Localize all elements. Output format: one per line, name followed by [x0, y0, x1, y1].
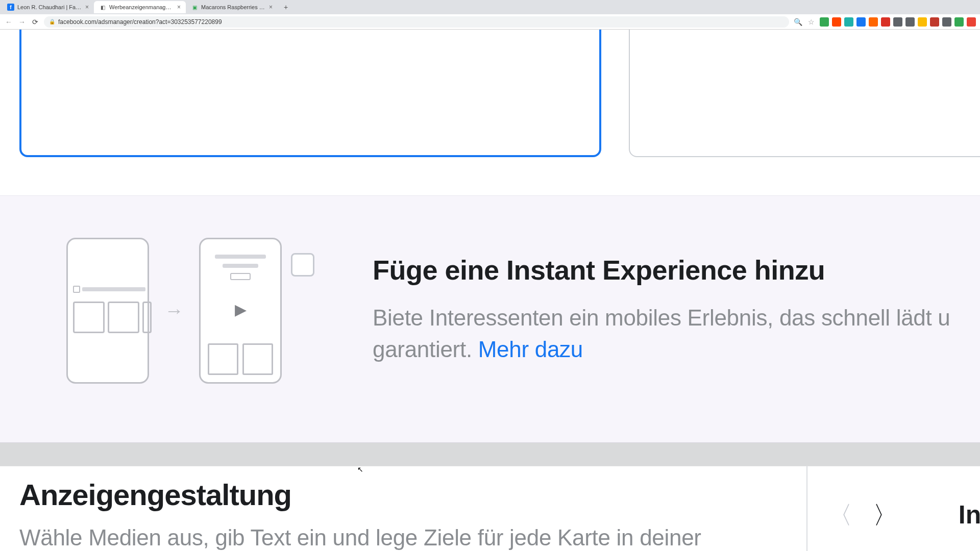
- extension-icon-11[interactable]: [954, 17, 964, 27]
- chevron-left-icon[interactable]: 〈: [828, 499, 852, 532]
- extension-icon-7[interactable]: [905, 17, 915, 27]
- close-icon[interactable]: ×: [177, 4, 181, 11]
- extension-icon-4[interactable]: [869, 17, 878, 27]
- instant-experience-illustration: → ▶: [66, 238, 282, 384]
- preview-label: Ins: [959, 500, 980, 530]
- extension-icon-8[interactable]: [918, 17, 927, 27]
- tab-strip: f Leon R. Chaudhari | Facebook × ◧ Werbe…: [0, 0, 980, 14]
- format-card-other[interactable]: mehreren Bil: [629, 30, 980, 157]
- reload-button[interactable]: ⟳: [31, 17, 40, 27]
- extension-icon-0[interactable]: [820, 17, 829, 27]
- tab-title: Macarons Raspberries Pastrie: [201, 4, 266, 10]
- extension-icon-2[interactable]: [844, 17, 853, 27]
- tab-title: Leon R. Chaudhari | Facebook: [17, 4, 82, 10]
- section-divider: [0, 443, 980, 466]
- instant-experience-checkbox[interactable]: [291, 253, 314, 277]
- extension-icon-10[interactable]: [942, 17, 951, 27]
- chevron-right-icon[interactable]: 〉: [873, 499, 897, 532]
- star-icon[interactable]: ☆: [806, 17, 816, 27]
- extension-icon-6[interactable]: [893, 17, 902, 27]
- page-viewport: mehreren Bil → ▶ Füge eine Instant Exper…: [0, 30, 980, 551]
- instant-experience-title: Füge eine Instant Experience hinzu: [373, 254, 825, 286]
- facebook-favicon: f: [7, 4, 14, 11]
- instant-experience-description: Biete Interessenten ein mobiles Erlebnis…: [373, 302, 980, 365]
- tab-adsmanager[interactable]: ◧ Werbeanzeigenmanager - Cre ×: [94, 1, 186, 13]
- instant-experience-text: Füge eine Instant Experience hinzu Biete…: [373, 254, 980, 365]
- tab-title: Werbeanzeigenmanager - Cre: [109, 4, 174, 10]
- extension-icon-9[interactable]: [930, 17, 939, 27]
- phone-experience-icon: ▶: [199, 238, 282, 384]
- lock-icon: 🔒: [49, 19, 55, 24]
- url-field[interactable]: 🔒 facebook.com/adsmanager/creation?act=3…: [44, 16, 789, 28]
- image-favicon: ▣: [191, 4, 198, 11]
- adsmanager-favicon: ◧: [99, 4, 106, 11]
- omnibar: ← → ⟳ 🔒 facebook.com/adsmanager/creation…: [0, 14, 980, 30]
- tab-facebook[interactable]: f Leon R. Chaudhari | Facebook ×: [2, 1, 94, 13]
- format-card-row: mehreren Bil: [0, 30, 980, 160]
- extension-icon-1[interactable]: [832, 17, 841, 27]
- forward-button[interactable]: →: [17, 17, 27, 27]
- play-icon: ▶: [235, 300, 247, 318]
- extension-icon-12[interactable]: [967, 17, 976, 27]
- instant-experience-section: → ▶ Füge eine Instant Experience hinzu B…: [0, 195, 980, 443]
- arrow-right-icon: →: [164, 300, 184, 322]
- url-text: facebook.com/adsmanager/creation?act=303…: [58, 18, 222, 26]
- extension-icon-5[interactable]: [881, 17, 890, 27]
- close-icon[interactable]: ×: [269, 4, 273, 11]
- preview-carousel-nav: 〈 〉 Ins: [806, 466, 980, 551]
- close-icon[interactable]: ×: [85, 4, 89, 11]
- zoom-icon[interactable]: 🔍: [793, 17, 802, 27]
- format-card-selected[interactable]: [19, 30, 601, 157]
- phone-feed-icon: [66, 238, 149, 384]
- new-tab-button[interactable]: +: [281, 2, 291, 12]
- instant-experience-learn-more-link[interactable]: Mehr dazu: [478, 337, 583, 362]
- toolbar-right: 🔍 ☆: [793, 17, 976, 27]
- tab-macarons[interactable]: ▣ Macarons Raspberries Pastrie ×: [186, 1, 278, 13]
- back-button[interactable]: ←: [4, 17, 13, 27]
- extension-icon-3[interactable]: [856, 17, 866, 27]
- browser-chrome: f Leon R. Chaudhari | Facebook × ◧ Werbe…: [0, 0, 980, 30]
